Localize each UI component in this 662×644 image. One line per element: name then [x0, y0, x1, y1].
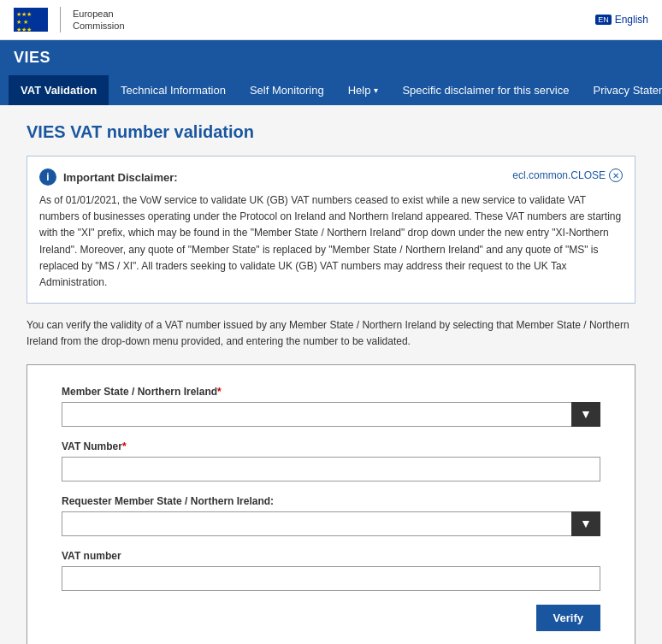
member-state-select[interactable]	[62, 402, 600, 427]
close-circle-icon: ✕	[609, 168, 623, 182]
member-state-label: Member State / Northern Ireland*	[62, 386, 600, 398]
nav-item-vat-validation[interactable]: VAT Validation	[9, 75, 109, 105]
vat-number-input[interactable]	[62, 457, 600, 482]
member-state-dropdown-button[interactable]: ▼	[571, 402, 600, 427]
chevron-down-icon: ▼	[580, 407, 592, 421]
language-selector[interactable]: EN English	[595, 14, 648, 26]
help-chevron-icon: ▾	[374, 86, 378, 95]
requester-vat-number-label: VAT number	[62, 550, 600, 562]
vat-number-label: VAT Number*	[62, 440, 600, 452]
site-header: European Commission EN English	[0, 0, 662, 40]
eu-stars-logo	[14, 8, 48, 32]
main-navigation: VAT Validation Technical Information Sel…	[0, 75, 662, 105]
lang-label: English	[615, 14, 648, 26]
app-title-bar: VIES	[0, 40, 662, 75]
disclaimer-box: i Important Disclaimer: ecl.common.CLOSE…	[27, 156, 635, 304]
vat-validation-form: Member State / Northern Ireland* ▼ VAT N…	[27, 364, 635, 645]
requester-dropdown-button[interactable]: ▼	[571, 511, 600, 536]
member-state-select-wrapper: ▼	[62, 402, 600, 427]
vat-number-group: VAT Number*	[62, 440, 600, 482]
page-content: VIES VAT number validation i Important D…	[6, 105, 656, 644]
disclaimer-close-button[interactable]: ecl.common.CLOSE ✕	[512, 168, 623, 182]
disclaimer-title: i Important Disclaimer:	[39, 168, 178, 186]
info-icon: i	[39, 168, 56, 186]
requester-member-state-group: Requester Member State / Northern Irelan…	[62, 495, 600, 536]
requester-member-state-select[interactable]	[62, 511, 600, 536]
nav-item-specific-disclaimer[interactable]: Specific disclaimer for this service	[390, 75, 581, 105]
requester-vat-number-group: VAT number	[62, 550, 600, 591]
verify-button[interactable]: Verify	[536, 605, 600, 631]
form-actions: Verify	[62, 605, 600, 631]
lang-flag: EN	[595, 15, 612, 25]
disclaimer-body: As of 01/01/2021, the VoW service to val…	[39, 192, 623, 291]
disclaimer-header: i Important Disclaimer: ecl.common.CLOSE…	[39, 168, 623, 186]
page-title: VIES VAT number validation	[27, 122, 635, 142]
member-state-required: *	[217, 386, 222, 398]
requester-select-wrapper: ▼	[62, 511, 600, 536]
form-description: You can verify the validity of a VAT num…	[27, 317, 635, 350]
requester-vat-number-input[interactable]	[62, 566, 600, 591]
nav-item-technical-information[interactable]: Technical Information	[109, 75, 238, 105]
member-state-group: Member State / Northern Ireland* ▼	[62, 386, 600, 427]
nav-item-help[interactable]: Help ▾	[336, 75, 391, 105]
chevron-down-icon: ▼	[580, 517, 592, 530]
nav-item-self-monitoring[interactable]: Self Monitoring	[238, 75, 336, 105]
commission-logo-text: European Commission	[73, 8, 125, 32]
app-title: VIES	[14, 49, 50, 66]
logo-area: European Commission	[14, 7, 125, 32]
requester-member-state-label: Requester Member State / Northern Irelan…	[62, 495, 600, 507]
vat-number-required: *	[122, 440, 127, 452]
logo-divider	[60, 7, 61, 32]
nav-item-privacy-statement[interactable]: Privacy Statement	[581, 75, 662, 105]
